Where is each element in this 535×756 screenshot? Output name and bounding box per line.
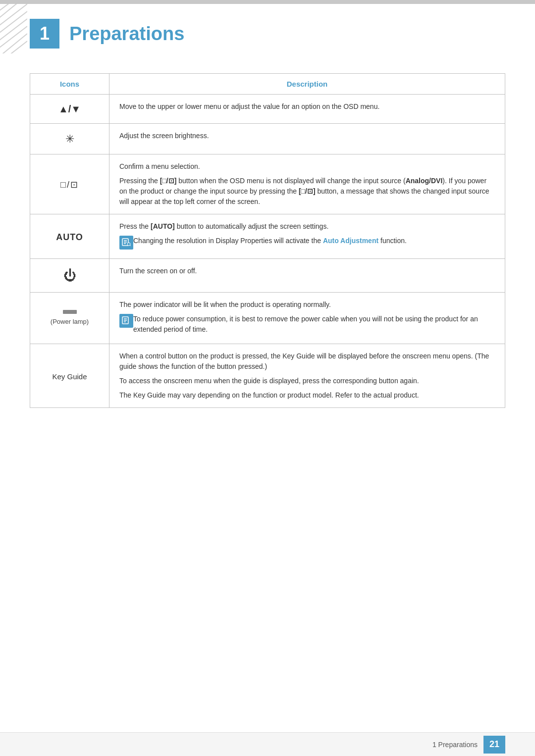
note-text-auto: Changing the resolution in Display Prope…	[133, 236, 407, 246]
stripe-gray	[0, 0, 535, 4]
table-row: AUTO Press the [AUTO] button to automati…	[30, 214, 505, 259]
bracket-text: [□/⊡]	[160, 177, 177, 185]
auto-icon: AUTO	[56, 232, 83, 242]
footer-page-number: 21	[483, 736, 505, 754]
svg-line-3	[0, 11, 27, 36]
brightness-icon: ✳	[65, 133, 74, 145]
desc-cell-input: Confirm a menu selection. Pressing the […	[109, 154, 505, 214]
power-lamp-label: (Power lamp)	[38, 317, 101, 327]
key-guide-label: Key Guide	[52, 372, 87, 381]
icon-cell-auto: AUTO	[30, 214, 109, 259]
desc-text-key-guide-1: When a control button on the product is …	[119, 351, 495, 372]
desc-text: Adjust the screen brightness.	[119, 131, 495, 141]
desc-cell-key-guide: When a control button on the product is …	[109, 344, 505, 408]
icon-cell-power-lamp: (Power lamp)	[30, 293, 109, 344]
desc-text-confirm: Confirm a menu selection.	[119, 161, 495, 172]
svg-point-12	[127, 243, 130, 246]
svg-line-0	[0, 4, 15, 14]
auto-adjustment-bold: Auto Adjustment	[323, 237, 378, 245]
desc-text-key-guide-3: The Key Guide may vary depending on the …	[119, 390, 495, 401]
svg-line-5	[0, 26, 27, 51]
svg-line-1	[0, 4, 22, 21]
description-column-header: Description	[109, 74, 505, 95]
auto-bold: [AUTO]	[151, 222, 175, 230]
power-icon: ⏻	[63, 268, 76, 283]
desc-text-auto: Press the [AUTO] button to automatically…	[119, 221, 495, 232]
icon-table: Icons Description ▲/▼ Move to the upper …	[30, 73, 505, 408]
table-row: ⏻ Turn the screen on or off.	[30, 259, 505, 293]
desc-cell-auto: Press the [AUTO] button to automatically…	[109, 214, 505, 259]
bracket-text2: [□/⊡]	[299, 187, 316, 195]
icon-cell-key-guide: Key Guide	[30, 344, 109, 408]
desc-text: Move to the upper or lower menu or adjus…	[119, 101, 495, 112]
top-stripes	[0, 0, 535, 4]
table-header-row: Icons Description	[30, 74, 505, 95]
arrows-icon: ▲/▼	[58, 103, 81, 114]
corner-decoration	[0, 4, 27, 53]
icon-cell-input: □/⊡	[30, 154, 109, 214]
analog-dvi-bold: Analog/DVI	[406, 177, 443, 185]
table-row: ▲/▼ Move to the upper or lower menu or a…	[30, 95, 505, 124]
chapter-number: 1	[30, 19, 59, 49]
table-row: (Power lamp) The power indicator will be…	[30, 293, 505, 344]
desc-cell-arrows: Move to the upper or lower menu or adjus…	[109, 95, 505, 124]
icon-cell-brightness: ✳	[30, 124, 109, 154]
desc-text-power: Turn the screen on or off.	[119, 266, 495, 276]
note-box-lamp: To reduce power consumption, it is best …	[119, 314, 495, 335]
desc-cell-brightness: Adjust the screen brightness.	[109, 124, 505, 154]
icons-column-header: Icons	[30, 74, 109, 95]
note-icon-lamp	[119, 314, 133, 328]
table-row: Key Guide When a control button on the p…	[30, 344, 505, 408]
table-row: ✳ Adjust the screen brightness.	[30, 124, 505, 154]
note-text-lamp: To reduce power consumption, it is best …	[133, 314, 495, 335]
icon-cell-power: ⏻	[30, 259, 109, 293]
chapter-title: Preparations	[69, 19, 184, 49]
svg-line-4	[0, 19, 27, 44]
desc-cell-power: Turn the screen on or off.	[109, 259, 505, 293]
desc-text-key-guide-2: To access the onscreen menu when the gui…	[119, 376, 495, 386]
desc-text-lamp: The power indicator will be lit when the…	[119, 300, 495, 310]
table-row: □/⊡ Confirm a menu selection. Pressing t…	[30, 154, 505, 214]
chapter-header: 1 Preparations	[0, 4, 535, 58]
footer: 1 Preparations 21	[0, 732, 535, 756]
note-box-auto: Changing the resolution in Display Prope…	[119, 236, 495, 250]
power-lamp-icon	[38, 310, 101, 314]
input-source-icon: □/⊡	[60, 180, 79, 190]
note-icon	[119, 236, 133, 250]
icon-cell-arrows: ▲/▼	[30, 95, 109, 124]
main-content: Icons Description ▲/▼ Move to the upper …	[0, 58, 535, 448]
footer-page: 1 Preparations 21	[432, 736, 505, 754]
lamp-bar	[63, 310, 77, 314]
desc-text-input: Pressing the [□/⊡] button when the OSD m…	[119, 176, 495, 207]
desc-cell-power-lamp: The power indicator will be lit when the…	[109, 293, 505, 344]
footer-text: 1 Preparations	[432, 741, 478, 749]
